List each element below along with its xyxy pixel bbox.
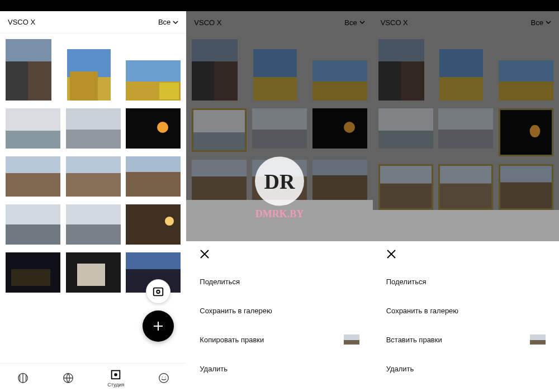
app-title: VSCO X: [381, 18, 408, 27]
svg-rect-11: [6, 131, 60, 149]
action-save[interactable]: Сохранить в галерею: [200, 296, 359, 325]
feed-icon: [17, 372, 29, 384]
svg-rect-32: [126, 252, 181, 269]
photo-thumb-selected[interactable]: [192, 108, 247, 152]
photo-thumb[interactable]: [6, 156, 60, 197]
svg-rect-34: [154, 288, 163, 296]
photo-thumb[interactable]: [126, 60, 181, 101]
photo-thumb-selected[interactable]: [499, 108, 553, 156]
svg-rect-16: [6, 156, 60, 173]
action-paste-edits[interactable]: Вставить правки: [386, 325, 546, 354]
photo-thumb[interactable]: [66, 252, 121, 293]
add-button[interactable]: [143, 310, 174, 342]
photo-grid: [0, 34, 186, 293]
svg-rect-68: [439, 77, 483, 101]
photo-thumb[interactable]: [312, 108, 367, 149]
svg-rect-75: [500, 110, 552, 155]
photo-thumb[interactable]: [378, 39, 424, 101]
nav-discover[interactable]: [62, 372, 74, 384]
nav-feed[interactable]: [17, 372, 29, 384]
svg-rect-6: [70, 71, 98, 101]
photo-thumb[interactable]: [67, 49, 111, 101]
close-button[interactable]: [386, 249, 546, 261]
nav-studio-label: Студия: [107, 382, 124, 388]
filter-label: Все: [531, 18, 543, 27]
photo-thumb[interactable]: [378, 108, 433, 149]
svg-rect-19: [66, 173, 121, 197]
nav-profile[interactable]: [158, 372, 170, 384]
svg-rect-70: [499, 82, 553, 101]
action-delete[interactable]: Удалить: [200, 354, 359, 383]
action-copy-edits[interactable]: Копировать правки: [200, 325, 359, 354]
svg-rect-22: [6, 204, 60, 224]
svg-rect-48: [312, 82, 367, 101]
svg-rect-26: [126, 204, 181, 245]
top-bar: VSCO X Все: [373, 11, 559, 34]
close-button[interactable]: [200, 249, 359, 261]
photo-thumb[interactable]: [6, 204, 60, 245]
status-bar: [0, 0, 186, 11]
app-title[interactable]: VSCO X: [8, 18, 35, 26]
photo-thumb[interactable]: [253, 49, 297, 101]
photo-thumb[interactable]: [6, 252, 60, 293]
photo-thumb[interactable]: [66, 204, 121, 245]
action-save[interactable]: Сохранить в галерею: [386, 296, 546, 325]
close-icon: [200, 249, 210, 259]
photo-thumb[interactable]: [192, 39, 238, 101]
svg-rect-47: [312, 60, 367, 82]
action-share[interactable]: Поделиться: [200, 267, 359, 296]
copy-thumb-icon: [344, 334, 359, 345]
close-icon: [386, 249, 396, 259]
svg-rect-58: [252, 176, 307, 200]
photo-thumb[interactable]: [192, 160, 247, 200]
globe-icon: [62, 372, 74, 384]
photo-thumb[interactable]: [312, 160, 367, 200]
svg-point-40: [159, 373, 168, 383]
photo-thumb[interactable]: [126, 204, 181, 245]
photo-thumb[interactable]: [126, 156, 181, 197]
svg-rect-62: [344, 340, 359, 345]
photo-thumb[interactable]: [66, 156, 121, 197]
photo-thumb[interactable]: [252, 160, 307, 200]
photo-thumb-selected[interactable]: [438, 164, 493, 210]
svg-rect-69: [499, 60, 553, 82]
photo-thumb[interactable]: [439, 49, 483, 101]
chevron-down-icon: [173, 20, 178, 25]
svg-rect-80: [440, 184, 491, 208]
top-bar: VSCO X Все: [0, 11, 186, 34]
photo-thumb[interactable]: [6, 108, 60, 149]
photo-thumb[interactable]: [499, 60, 553, 101]
svg-rect-79: [440, 166, 491, 184]
filter-dropdown[interactable]: Все: [158, 18, 178, 26]
photo-thumb[interactable]: [312, 60, 367, 101]
chevron-down-icon: [359, 20, 365, 25]
photo-thumb-selected[interactable]: [499, 164, 553, 210]
photo-thumb[interactable]: [126, 108, 181, 149]
photo-thumb[interactable]: [252, 108, 307, 149]
svg-rect-57: [252, 160, 307, 176]
photo-thumb[interactable]: [66, 108, 121, 149]
photo-thumb[interactable]: [6, 39, 51, 101]
svg-rect-71: [378, 108, 433, 131]
photo-grid: [186, 34, 372, 200]
svg-rect-60: [312, 175, 367, 200]
smile-icon: [158, 372, 170, 384]
photo-thumb[interactable]: [438, 108, 493, 149]
svg-rect-50: [193, 132, 245, 150]
bottom-nav: Студия: [0, 363, 186, 392]
svg-rect-23: [6, 224, 60, 245]
camera-button[interactable]: [146, 279, 170, 304]
svg-rect-25: [66, 224, 121, 245]
svg-rect-84: [530, 340, 546, 345]
photo-thumb-selected[interactable]: [378, 164, 433, 210]
svg-rect-12: [66, 108, 121, 130]
top-bar: VSCO X Все: [186, 11, 372, 34]
svg-rect-65: [401, 61, 424, 101]
svg-rect-18: [66, 156, 121, 173]
svg-rect-52: [252, 130, 307, 149]
action-delete[interactable]: Удалить: [386, 354, 546, 383]
action-share[interactable]: Поделиться: [386, 267, 546, 296]
svg-rect-56: [192, 176, 247, 200]
nav-studio[interactable]: Студия: [107, 369, 124, 388]
svg-rect-53: [312, 108, 367, 149]
